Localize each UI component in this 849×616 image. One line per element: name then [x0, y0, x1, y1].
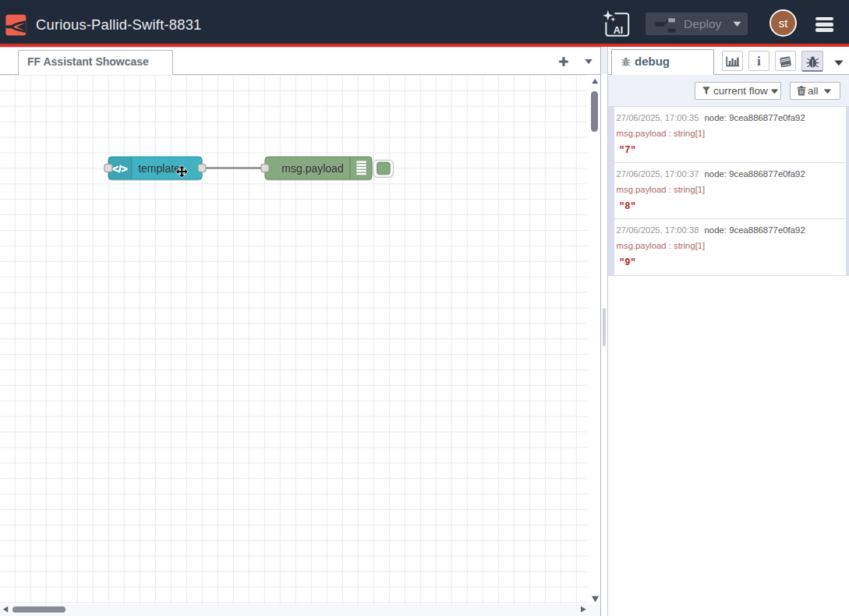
svg-text:</>: </>	[112, 163, 128, 175]
svg-text:msg.payload: msg.payload	[281, 162, 343, 175]
svg-text:Deploy: Deploy	[684, 16, 721, 30]
svg-text:template: template	[138, 162, 180, 175]
svg-text:AI: AI	[614, 25, 624, 36]
